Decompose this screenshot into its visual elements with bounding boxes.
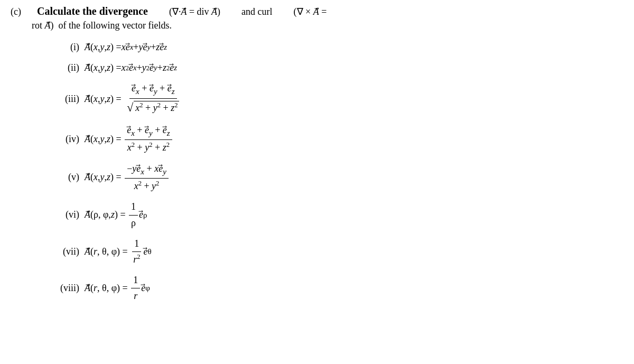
curl-formula: (∇ × A⃗ = bbox=[294, 6, 327, 17]
item-label-iii: (iii) bbox=[42, 92, 79, 106]
fraction-viii: 1 r bbox=[131, 274, 140, 303]
item-eq-viii: A⃗(r, θ, φ) = 1 r e⃗φ bbox=[85, 274, 150, 303]
list-item: (iv) A⃗(x, y, z) = e⃗x + e⃗y + e⃗z x2 + … bbox=[42, 124, 623, 155]
item-eq-v: A⃗(x, y, z) = −ye⃗x + xe⃗y x2 + y2 bbox=[85, 162, 170, 193]
item-eq-vii: A⃗(r, θ, φ) = 1 r2 e⃗θ bbox=[85, 237, 152, 266]
item-label-vii: (vii) bbox=[42, 245, 79, 258]
numerator-vi: 1 bbox=[129, 200, 138, 215]
item-eq-vi: A⃗(ρ, φ, z) = 1 ρ e⃗ρ bbox=[85, 200, 147, 229]
item-eq-i: A⃗(x, y, z) = xe⃗x + ye⃗y + ze⃗z bbox=[85, 41, 167, 54]
numerator-iv: e⃗x + e⃗y + e⃗z bbox=[125, 124, 172, 141]
numerator-vii: 1 bbox=[132, 237, 141, 252]
fraction-vii: 1 r2 bbox=[131, 237, 142, 266]
numerator-viii: 1 bbox=[131, 274, 140, 288]
list-item: (v) A⃗(x, y, z) = −ye⃗x + xe⃗y x2 + y2 bbox=[42, 162, 623, 193]
item-label-i: (i) bbox=[42, 41, 79, 54]
item-label-ii: (ii) bbox=[42, 61, 79, 74]
item-label-viii: (viii) bbox=[42, 282, 79, 295]
fraction-iii: e⃗x + e⃗y + e⃗z √ x2 + y2 + z2 bbox=[125, 82, 181, 116]
part-label: (c) bbox=[11, 6, 21, 17]
denominator-vi: ρ bbox=[129, 216, 138, 230]
list-item: (vii) A⃗(r, θ, φ) = 1 r2 e⃗θ bbox=[42, 237, 623, 266]
numerator-v: −ye⃗x + xe⃗y bbox=[125, 162, 169, 179]
list-item: (vi) A⃗(ρ, φ, z) = 1 ρ e⃗ρ bbox=[42, 200, 623, 229]
list-item: (i) A⃗(x, y, z) = xe⃗x + ye⃗y + ze⃗z bbox=[42, 41, 623, 54]
sqrt-wrapper-iii: √ x2 + y2 + z2 bbox=[127, 100, 179, 116]
denominator-iv: x2 + y2 + z2 bbox=[125, 140, 172, 154]
denominator-iii: √ x2 + y2 + z2 bbox=[125, 99, 181, 116]
fraction-v: −ye⃗x + xe⃗y x2 + y2 bbox=[125, 162, 169, 193]
item-label-vi: (vi) bbox=[42, 208, 79, 221]
numerator-iii: e⃗x + e⃗y + e⃗z bbox=[129, 82, 177, 99]
item-label-v: (v) bbox=[42, 171, 79, 184]
fraction-iv: e⃗x + e⃗y + e⃗z x2 + y2 + z2 bbox=[125, 124, 172, 155]
denominator-v: x2 + y2 bbox=[132, 179, 162, 193]
item-eq-iv: A⃗(x, y, z) = e⃗x + e⃗y + e⃗z x2 + y2 + … bbox=[85, 124, 173, 155]
second-line: rot A⃗) of the following vector fields. bbox=[32, 20, 623, 31]
items-container: (i) A⃗(x, y, z) = xe⃗x + ye⃗y + ze⃗z (ii… bbox=[42, 41, 623, 303]
sqrt-symbol-iii: √ bbox=[127, 100, 133, 116]
item-label-iv: (iv) bbox=[42, 133, 79, 146]
div-formula: (∇·A⃗ = div A⃗) bbox=[169, 6, 220, 17]
item-eq-ii: A⃗(x, y, z) = x2e⃗x + y2e⃗y + z2e⃗z bbox=[85, 61, 177, 74]
list-item: (iii) A⃗(x, y, z) = e⃗x + e⃗y + e⃗z √ x2… bbox=[42, 82, 623, 116]
sqrt-content-iii: x2 + y2 + z2 bbox=[134, 101, 179, 115]
denominator-viii: r bbox=[132, 288, 139, 303]
list-item: (ii) A⃗(x, y, z) = x2e⃗x + y2e⃗y + z2e⃗z bbox=[42, 61, 623, 74]
and-curl-label: and curl bbox=[241, 6, 272, 17]
list-item: (viii) A⃗(r, θ, φ) = 1 r e⃗φ bbox=[42, 274, 623, 303]
fraction-vi: 1 ρ bbox=[129, 200, 138, 229]
item-eq-iii: A⃗(x, y, z) = e⃗x + e⃗y + e⃗z √ x2 + y2 … bbox=[85, 82, 182, 116]
header-title: Calculate the divergence bbox=[37, 5, 148, 17]
header-line: (c) Calculate the divergence (∇·A⃗ = div… bbox=[11, 5, 623, 17]
denominator-vii: r2 bbox=[131, 252, 142, 266]
